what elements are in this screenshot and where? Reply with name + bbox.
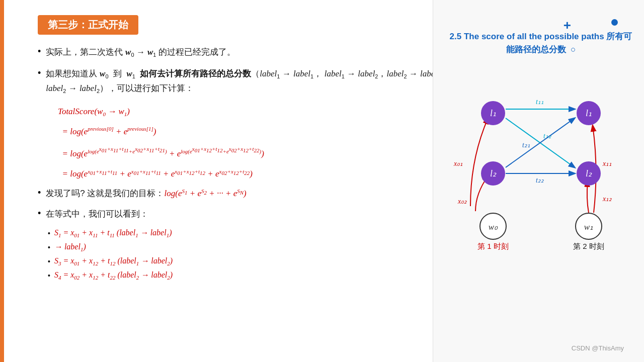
sub-bullet-4: • S4 = x02 + x12 + t22 (label2 → label2) (48, 270, 450, 281)
bullet-dot-4: • (38, 208, 41, 219)
bullet-1: • 实际上，第二次迭代 w0 → w1 的过程已经完成了。 (38, 45, 450, 60)
bullet-3: • 发现了吗? 这就是我们的目标：log(eS1 + eS2 + ··· + e… (38, 187, 450, 200)
node-l2-right-label: l₂ (586, 168, 592, 178)
node-l1-left-label: l₁ (490, 108, 496, 118)
node-l1-right-label: l₁ (586, 108, 592, 118)
sub-bullet-dot-3: • (48, 257, 50, 265)
sub-bullet-1: • S1 = x01 + x11 + t11 (label1 → label1) (48, 228, 450, 238)
edge-x12 (587, 181, 589, 213)
node-w1-label: w₁ (584, 222, 593, 232)
label-t22: t₂₂ (536, 176, 544, 184)
right-panel-title: 2.5 The score of all the possible paths … (448, 30, 634, 58)
bullet-2-text: 如果想知道从 w0 到 w1 如何去计算所有路径的总分数（label1 → la… (46, 67, 450, 96)
right-panel: + 2.5 The score of all the possible path… (433, 0, 644, 362)
watermark: CSDN @ThisAmy (572, 344, 624, 352)
left-accent-bar (0, 0, 4, 362)
bullet-4: • 在等式中，我们可以看到： (38, 207, 450, 221)
sub-bullet-dot-1: • (48, 229, 50, 237)
right-title-en: 2.5 The score of all the possible paths … (448, 30, 634, 56)
sub-bullet-dot-2: • (48, 243, 50, 251)
bullet-dot-1: • (38, 46, 41, 57)
label-x02: x₀₂ (457, 198, 467, 205)
label-x01: x₀₁ (453, 160, 463, 167)
sub-bullet-2-text: → label1) (54, 242, 86, 252)
formula-line-2: = log(eprevious[0] + eprevious[1]) (58, 123, 450, 140)
time2-label: 第 2 时刻 (573, 242, 604, 250)
bullet-4-text: 在等式中，我们可以看到： (46, 207, 148, 221)
sub-bullet-4-text: S4 = x02 + x12 + t22 (label2 → label2) (54, 270, 173, 281)
sub-bullet-3: • S3 = x01 + x12 + t12 (label1 → label2) (48, 256, 450, 266)
label-x11: x₁₁ (602, 160, 612, 167)
node-w0-label: w₀ (489, 222, 498, 232)
main-content: • 实际上，第二次迭代 w0 → w1 的过程已经完成了。 • 如果想知道从 w… (38, 45, 450, 285)
formula-block: TotalScore(w0 → w1) = log(eprevious[0] +… (58, 103, 450, 183)
bullet-dot-2: • (38, 68, 41, 78)
sub-bullet-2: • → label1) (48, 242, 450, 252)
sub-bullet-1-text: S1 = x01 + x11 + t11 (label1 → label1) (54, 228, 172, 238)
step-header-text: 第三步：正式开始 (48, 19, 128, 30)
sub-bullet-dot-4: • (48, 272, 50, 280)
graph-diagram: t₁₁ t₁₂ t₂₁ t₂₂ x₀₁ x₀₂ x₁₁ x₁₂ l₁ l₂ l₁ (443, 73, 639, 264)
bullet-2: • 如果想知道从 w0 到 w1 如何去计算所有路径的总分数（label1 → … (38, 67, 450, 96)
label-t11: t₁₁ (536, 98, 544, 106)
formula-line-1: TotalScore(w0 → w1) (58, 103, 450, 120)
step-header: 第三步：正式开始 (38, 15, 138, 35)
sub-bullets: • S1 = x01 + x11 + t11 (label1 → label1)… (48, 228, 450, 281)
sub-bullet-3-text: S3 = x01 + x12 + t12 (label1 → label2) (54, 256, 173, 266)
bullet-3-text: 发现了吗? 这就是我们的目标：log(eS1 + eS2 + ··· + eSN… (46, 187, 246, 200)
bullet-dot-3: • (38, 188, 41, 198)
node-l2-left-label: l₂ (490, 168, 497, 178)
blue-dot (611, 19, 618, 26)
bullet-1-text: 实际上，第二次迭代 w0 → w1 的过程已经完成了。 (46, 45, 235, 60)
label-t21: t₂₁ (522, 141, 530, 149)
formula-line-4: = log(ex01+x11+t11 + ex01+x11+t11 + ex01… (58, 165, 450, 183)
label-x12: x₁₂ (602, 195, 612, 203)
time1-label: 第 1 时刻 (477, 242, 509, 250)
formula-line-3: = log(elog(ex01+x11+t11+ex02+x11+t21) + … (58, 143, 450, 162)
